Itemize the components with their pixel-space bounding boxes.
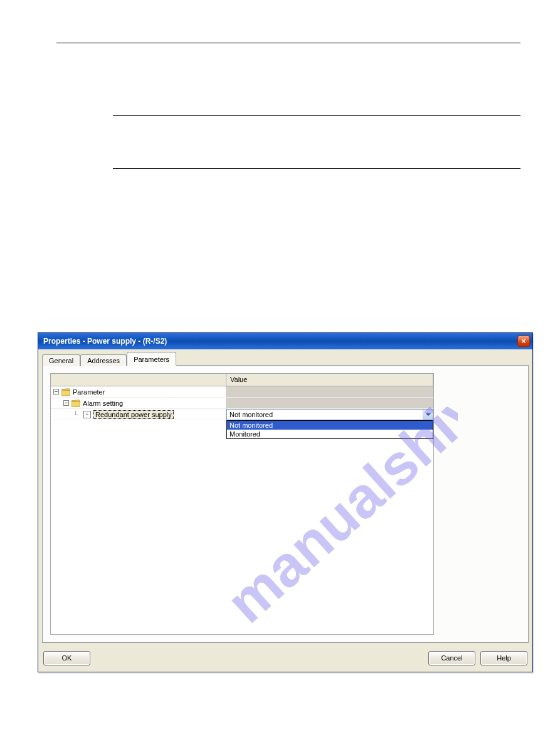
tree-leaf-label: Redundant power supply <box>93 410 174 419</box>
tab-general[interactable]: General <box>42 354 80 366</box>
tab-parameters[interactable]: Parameters <box>127 352 176 366</box>
tab-panel-parameters: Value − Parameter − <box>42 365 529 643</box>
grid-header-value: Value <box>226 374 433 386</box>
row-parameter-value <box>226 386 433 398</box>
dropdown-option[interactable]: Not monitored <box>227 421 433 430</box>
dialog-body: General Addresses Parameters Value − Par… <box>41 352 530 644</box>
expander-icon[interactable]: − <box>63 400 69 406</box>
page-rule-3 <box>113 168 520 169</box>
row-alarm-value <box>226 398 433 409</box>
expander-icon[interactable]: − <box>53 389 59 395</box>
grid-header: Value <box>51 374 433 386</box>
properties-dialog: Properties - Power supply - (R-/S2) × Ge… <box>38 332 533 672</box>
tree-root[interactable]: − Parameter <box>51 386 226 398</box>
titlebar: Properties - Power supply - (R-/S2) × <box>38 333 532 349</box>
tree-root-label: Parameter <box>73 388 105 396</box>
row-redundant-power: └ ≡ Redundant power supply Not monitored… <box>51 409 433 420</box>
row-redundant-value-cell: Not monitored Not monitored Monitored <box>226 409 433 420</box>
chevron-down-icon[interactable] <box>423 410 433 420</box>
combo-selected-text: Not monitored <box>230 411 423 418</box>
grid-header-left <box>51 374 226 386</box>
tab-addresses[interactable]: Addresses <box>80 354 127 366</box>
dialog-button-row: OK Cancel Help <box>43 649 527 667</box>
redundant-power-dropdown[interactable]: Not monitored Monitored <box>226 420 433 439</box>
help-button[interactable]: Help <box>480 651 527 665</box>
tabstrip: General Addresses Parameters <box>41 352 530 366</box>
tree-group-label: Alarm setting <box>83 400 123 407</box>
close-button[interactable]: × <box>517 336 530 347</box>
folder-icon <box>61 388 70 396</box>
page-rule-1 <box>56 43 520 43</box>
dropdown-option[interactable]: Monitored <box>227 430 433 438</box>
tree-leaf[interactable]: └ ≡ Redundant power supply <box>51 409 226 420</box>
window-title: Properties - Power supply - (R-/S2) <box>43 337 167 346</box>
tree-group[interactable]: − Alarm setting <box>51 398 226 409</box>
close-icon: × <box>521 337 526 346</box>
cancel-button[interactable]: Cancel <box>428 651 475 665</box>
redundant-power-combo[interactable]: Not monitored <box>226 409 433 420</box>
row-alarm-setting: − Alarm setting <box>51 398 433 409</box>
row-parameter: − Parameter <box>51 386 433 398</box>
parameter-icon: ≡ <box>83 411 91 418</box>
tree-connector-icon: └ <box>73 411 81 418</box>
parameter-grid: Value − Parameter − <box>50 373 434 635</box>
folder-icon <box>71 400 80 407</box>
ok-button[interactable]: OK <box>43 651 90 665</box>
page-rule-2 <box>113 115 520 116</box>
